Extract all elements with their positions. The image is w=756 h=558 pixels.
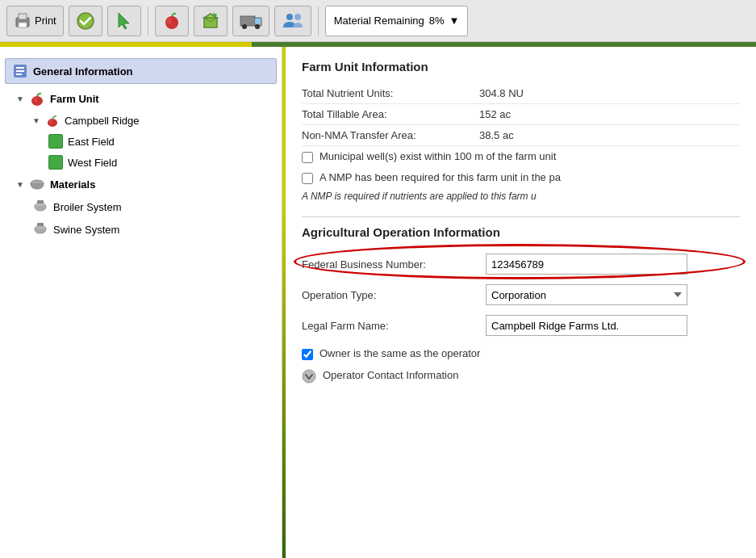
material-remaining-button[interactable]: Material Remaining 8% ▼ — [325, 6, 469, 36]
svg-rect-2 — [19, 23, 27, 27]
checkmark-icon — [76, 11, 95, 31]
nmp-required-label: A NMP has been required for this farm un… — [320, 171, 561, 183]
svg-rect-23 — [16, 73, 22, 75]
print-label: Print — [35, 15, 56, 27]
sidebar-item-swine-system[interactable]: Swine System — [0, 218, 282, 241]
svg-rect-30 — [37, 200, 44, 203]
box-icon-button[interactable] — [194, 6, 228, 36]
svg-rect-21 — [16, 67, 24, 69]
materials-label: Materials — [50, 178, 95, 191]
campbell-ridge-icon — [45, 113, 60, 128]
east-field-icon — [48, 134, 63, 149]
svg-point-27 — [49, 119, 52, 124]
svg-point-33 — [303, 370, 315, 383]
svg-rect-3 — [17, 19, 19, 21]
ag-op-info-title: Agricultural Operation Information — [302, 225, 740, 239]
material-remaining-label: Material Remaining — [334, 15, 424, 27]
svg-point-16 — [255, 24, 260, 29]
cursor-icon — [115, 11, 134, 31]
truck-icon — [240, 11, 262, 31]
expand-campbell-ridge[interactable]: ▼ — [32, 116, 40, 125]
farm-unit-icon — [29, 90, 45, 107]
total-nutrient-row: Total Nutrient Units: 304.8 NU — [302, 83, 740, 104]
svg-rect-1 — [19, 14, 27, 19]
dropdown-chevron-icon — [302, 369, 316, 384]
separator-2 — [318, 6, 319, 36]
owner-same-row: Owner is the same as the operator — [302, 341, 740, 364]
total-tillable-row: Total Tillable Area: 152 ac — [302, 104, 740, 125]
west-field-icon — [48, 155, 63, 170]
check-icon-button[interactable] — [69, 6, 102, 36]
apple-icon-button[interactable] — [155, 6, 189, 36]
svg-rect-32 — [37, 223, 44, 226]
legal-farm-input[interactable] — [486, 315, 687, 336]
expand-farm-unit[interactable]: ▼ — [16, 94, 24, 103]
svg-point-25 — [34, 97, 38, 103]
material-remaining-pct: 8% — [429, 15, 445, 27]
non-nma-value: 38.5 ac — [479, 129, 514, 141]
separator-1 — [148, 6, 148, 36]
operation-type-row: Operation Type: Corporation Sole Proprie… — [302, 279, 740, 310]
svg-point-6 — [165, 16, 178, 29]
total-tillable-label: Total Tillable Area: — [302, 108, 479, 120]
municipal-well-row: Municipal well(s) exist within 100 m of … — [302, 146, 740, 167]
operation-type-label: Operation Type: — [302, 289, 479, 301]
operator-contact-label: Operator Contact Information — [323, 369, 458, 381]
west-field-label: West Field — [68, 157, 117, 169]
total-nutrient-value: 304.8 NU — [479, 87, 524, 99]
municipal-well-checkbox[interactable] — [302, 152, 313, 163]
sidebar: General Information ▼ Farm Unit ▼ Campbe… — [0, 47, 282, 558]
svg-point-18 — [286, 14, 293, 20]
total-tillable-value: 152 ac — [479, 108, 511, 120]
cursor-icon-button[interactable] — [107, 6, 141, 36]
legal-farm-row: Legal Farm Name: — [302, 310, 740, 341]
non-nma-label: Non-NMA Transfer Area: — [302, 129, 479, 141]
swine-system-icon — [32, 221, 48, 237]
federal-business-container: Federal Business Number: — [302, 249, 740, 279]
sidebar-item-general-information[interactable]: General Information — [5, 58, 277, 84]
sidebar-item-east-field[interactable]: East Field — [0, 131, 282, 152]
east-field-label: East Field — [68, 136, 115, 148]
section-divider — [302, 216, 740, 217]
campbell-ridge-label: Campbell Ridge — [65, 115, 140, 127]
federal-business-label: Federal Business Number: — [302, 258, 479, 271]
toolbar: Print — [0, 0, 756, 42]
farm-unit-info-title: Farm Unit Information — [302, 60, 740, 73]
materials-icon — [29, 176, 45, 192]
nmp-required-row: A NMP has been required for this farm un… — [302, 167, 740, 188]
broiler-system-label: Broiler System — [53, 201, 122, 213]
person-icon-button[interactable] — [274, 6, 311, 36]
sidebar-item-farm-unit[interactable]: ▼ Farm Unit — [0, 87, 282, 110]
swine-system-label: Swine System — [53, 224, 119, 236]
federal-business-row: Federal Business Number: — [302, 249, 740, 279]
farm-unit-label: Farm Unit — [50, 93, 99, 105]
svg-rect-13 — [240, 16, 255, 26]
svg-point-7 — [167, 18, 172, 24]
svg-point-26 — [48, 119, 57, 127]
non-nma-row: Non-NMA Transfer Area: 38.5 ac — [302, 125, 740, 146]
sidebar-item-campbell-ridge[interactable]: ▼ Campbell Ridge — [0, 110, 282, 131]
sidebar-item-broiler-system[interactable]: Broiler System — [0, 195, 282, 218]
sidebar-item-west-field[interactable]: West Field — [0, 152, 282, 173]
print-icon — [14, 12, 31, 30]
broiler-system-icon — [32, 199, 48, 215]
print-button[interactable]: Print — [6, 6, 64, 36]
material-remaining-chevron: ▼ — [449, 15, 460, 27]
owner-same-label: Owner is the same as the operator — [320, 347, 480, 359]
nmp-required-checkbox[interactable] — [302, 173, 313, 184]
general-info-icon — [12, 63, 28, 79]
svg-point-19 — [294, 14, 301, 20]
sidebar-item-materials[interactable]: ▼ Materials — [0, 173, 282, 195]
general-information-label: General Information — [33, 65, 133, 78]
federal-business-input[interactable] — [486, 254, 687, 275]
operation-type-select[interactable]: Corporation Sole Proprietorship Partners… — [486, 284, 687, 305]
svg-marker-5 — [119, 13, 129, 29]
person-icon — [282, 11, 304, 31]
truck-icon-button[interactable] — [232, 6, 269, 36]
owner-same-checkbox[interactable] — [302, 349, 313, 360]
operator-contact-row: Operator Contact Information — [302, 364, 740, 388]
expand-materials[interactable]: ▼ — [16, 180, 24, 189]
content-panel: Farm Unit Information Total Nutrient Uni… — [286, 47, 756, 558]
main-layout: General Information ▼ Farm Unit ▼ Campbe… — [0, 47, 756, 558]
municipal-well-label: Municipal well(s) exist within 100 m of … — [320, 150, 556, 162]
